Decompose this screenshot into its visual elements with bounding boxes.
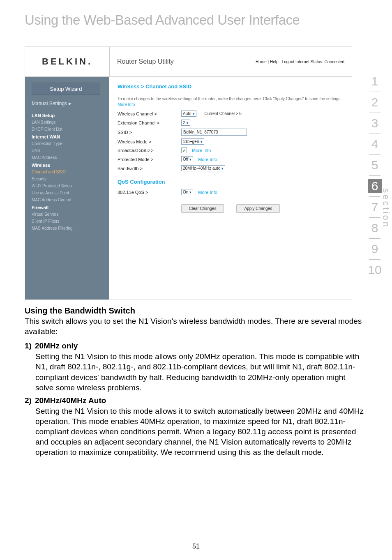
step-1[interactable]: 1	[371, 74, 378, 88]
manual-settings-link[interactable]: Manual Settings	[32, 101, 103, 106]
sidebar-item-mac-filtering[interactable]: MAC Address Filtering	[25, 225, 109, 232]
chevron-down-icon: ▾	[221, 166, 224, 171]
item2-heading: 20MHz/40MHz Auto	[35, 396, 106, 405]
sidebar-item-lan-settings[interactable]: LAN Settings	[25, 119, 109, 126]
label-bandwidth: Bandwidth >	[118, 166, 181, 171]
brand-logo: BELKIN.	[42, 56, 92, 67]
intro-text: To make changes to the wireless settings…	[118, 96, 344, 108]
sidebar-item-use-as-ap[interactable]: Use as Access Point	[25, 189, 109, 196]
chevron-down-icon: ▾	[187, 121, 189, 125]
step-6[interactable]: 6	[368, 179, 382, 193]
current-channel-label: Current Channel > 6	[205, 111, 242, 116]
label-extension-channel: Extension Channel >	[118, 120, 181, 125]
apply-changes-button[interactable]: Apply Changes	[236, 204, 280, 213]
more-info-link-qos[interactable]: More Info	[198, 190, 217, 195]
chevron-down-icon: ▾	[201, 140, 203, 144]
select-wireless-mode[interactable]: 11b+g+n▾	[181, 138, 204, 145]
sidebar-item-mac-control[interactable]: MAC Address Control	[25, 196, 109, 203]
nav-head-firewall: Firewall	[25, 203, 109, 211]
label-wireless-mode: Wireless Mode >	[118, 139, 181, 144]
qos-heading: QoS Configuration	[118, 179, 344, 185]
step-8[interactable]: 8	[371, 221, 378, 235]
select-protected-mode[interactable]: Off▾	[181, 156, 193, 162]
step-3[interactable]: 3	[371, 116, 378, 130]
content-panel: Wireless > Channel and SSID To make chan…	[109, 77, 352, 300]
breadcrumb: Wireless > Channel and SSID	[118, 83, 344, 90]
section-intro: This switch allows you to set the N1 Vis…	[25, 316, 365, 336]
section-heading: Using the Bandwidth Switch	[25, 306, 365, 316]
label-qos: 802.11e QoS >	[118, 190, 181, 195]
select-wireless-channel[interactable]: Auto▾	[181, 111, 196, 117]
sidebar-item-client-ip-filters[interactable]: Client IP Filters	[25, 218, 109, 225]
sidebar-item-security[interactable]: Security	[25, 175, 109, 182]
input-ssid[interactable]: Belkin_N1_877073	[181, 129, 247, 136]
topbar: BELKIN. Router Setup Utility Home | Help…	[25, 47, 352, 77]
chevron-down-icon: ▾	[193, 112, 195, 116]
item1-body: Setting the N1 Vision to this mode allow…	[35, 351, 365, 392]
page-title: Using the Web-Based Advanced User Interf…	[25, 12, 365, 28]
label-protected-mode: Protected Mode >	[118, 157, 181, 162]
step-4[interactable]: 4	[371, 137, 378, 151]
select-qos[interactable]: On▾	[181, 189, 193, 195]
utility-title: Router Setup Utility	[117, 58, 174, 65]
more-info-link-intro[interactable]: More Info	[118, 102, 135, 107]
item1-heading: 20MHz only	[35, 341, 78, 350]
chevron-down-icon: ▾	[189, 157, 191, 161]
step-2[interactable]: 2	[371, 95, 378, 109]
select-bandwidth[interactable]: 20MHz+40MHz auto▾	[181, 165, 225, 171]
label-ssid: SSID >	[118, 130, 181, 135]
sidebar-item-mac[interactable]: MAC Address	[25, 154, 109, 161]
sidebar-item-wps[interactable]: Wi-Fi Protected Setup	[25, 182, 109, 189]
clear-changes-button[interactable]: Clear Changes	[181, 204, 224, 213]
nav-head-wireless: Wireless	[25, 161, 109, 168]
chevron-down-icon: ▾	[189, 190, 191, 194]
setup-wizard-button[interactable]: Setup Wizard	[32, 83, 100, 95]
step-10[interactable]: 10	[368, 263, 381, 277]
nav-head-wan: Internet WAN	[25, 133, 109, 140]
select-extension-channel[interactable]: 2▾	[181, 120, 190, 126]
sidebar-item-virtual-servers[interactable]: Virtual Servers	[25, 211, 109, 218]
page-number: 51	[0, 543, 392, 550]
section-label: section	[380, 188, 391, 228]
sidebar: Setup Wizard Manual Settings LAN Setup L…	[25, 77, 109, 300]
step-7[interactable]: 7	[371, 200, 378, 214]
step-5[interactable]: 5	[371, 158, 378, 172]
item2-body: Setting the N1 Vision to this mode allow…	[35, 406, 365, 457]
router-ui-screenshot: BELKIN. Router Setup Utility Home | Help…	[25, 46, 352, 300]
section-stepper: 1 2 3 4 5 6 7 8 9 10	[368, 72, 382, 279]
step-9[interactable]: 9	[371, 242, 378, 256]
item2-number: 2)	[25, 396, 32, 405]
checkbox-broadcast-ssid[interactable]: ✔	[181, 147, 187, 153]
sidebar-item-channel-ssid[interactable]: Channel and SSID	[25, 168, 109, 175]
top-links[interactable]: Home | Help | Logout Internet Status: Co…	[256, 60, 344, 64]
sidebar-item-conn-type[interactable]: Connection Type	[25, 140, 109, 147]
label-wireless-channel: Wireless Channel >	[118, 111, 181, 116]
more-info-link-broadcast[interactable]: More Info	[192, 148, 211, 153]
sidebar-item-dns[interactable]: DNS	[25, 147, 109, 154]
sidebar-item-dhcp-client[interactable]: DHCP Client List	[25, 126, 109, 133]
item1-number: 1)	[25, 341, 32, 350]
more-info-link-protected[interactable]: More Info	[198, 157, 217, 162]
nav-head-lan: LAN Setup	[25, 111, 109, 119]
label-broadcast-ssid: Broadcast SSID >	[118, 148, 181, 153]
